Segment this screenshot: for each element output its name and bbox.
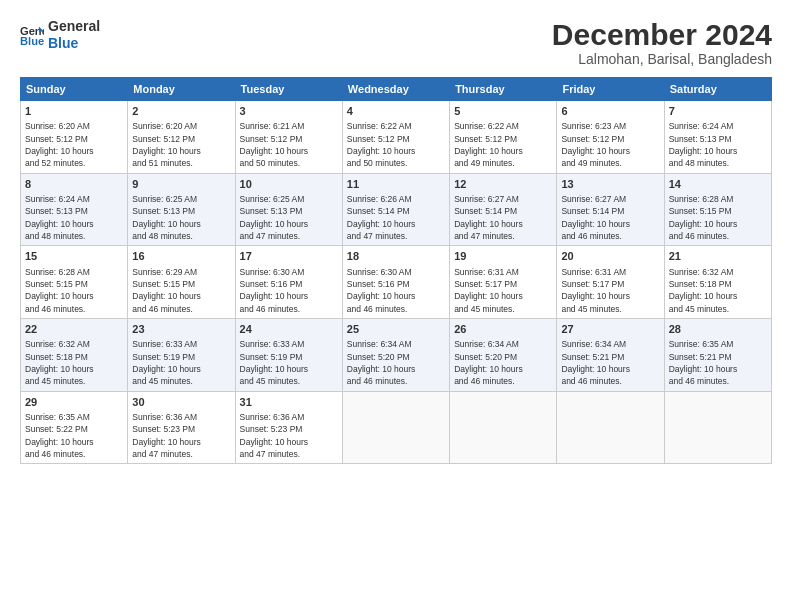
page: General Blue General Blue December 2024 … [0,0,792,612]
day-info: Sunrise: 6:35 AMSunset: 5:21 PMDaylight:… [669,338,767,387]
day-number: 30 [132,395,230,410]
day-number: 26 [454,322,552,337]
day-number: 5 [454,104,552,119]
calendar-cell: 22Sunrise: 6:32 AMSunset: 5:18 PMDayligh… [21,318,128,391]
day-number: 1 [25,104,123,119]
day-info: Sunrise: 6:29 AMSunset: 5:15 PMDaylight:… [132,266,230,315]
day-number: 3 [240,104,338,119]
day-number: 25 [347,322,445,337]
calendar-cell: 14Sunrise: 6:28 AMSunset: 5:15 PMDayligh… [664,173,771,246]
header-friday: Friday [557,78,664,101]
day-info: Sunrise: 6:20 AMSunset: 5:12 PMDaylight:… [25,120,123,169]
calendar-cell: 15Sunrise: 6:28 AMSunset: 5:15 PMDayligh… [21,246,128,319]
day-info: Sunrise: 6:25 AMSunset: 5:13 PMDaylight:… [240,193,338,242]
day-info: Sunrise: 6:34 AMSunset: 5:20 PMDaylight:… [454,338,552,387]
day-number: 24 [240,322,338,337]
day-number: 4 [347,104,445,119]
day-number: 11 [347,177,445,192]
calendar-cell: 21Sunrise: 6:32 AMSunset: 5:18 PMDayligh… [664,246,771,319]
calendar-cell: 27Sunrise: 6:34 AMSunset: 5:21 PMDayligh… [557,318,664,391]
day-info: Sunrise: 6:35 AMSunset: 5:22 PMDaylight:… [25,411,123,460]
day-number: 7 [669,104,767,119]
header-saturday: Saturday [664,78,771,101]
calendar-cell: 10Sunrise: 6:25 AMSunset: 5:13 PMDayligh… [235,173,342,246]
calendar-cell: 9Sunrise: 6:25 AMSunset: 5:13 PMDaylight… [128,173,235,246]
svg-text:Blue: Blue [20,35,44,47]
header-tuesday: Tuesday [235,78,342,101]
calendar-table: SundayMondayTuesdayWednesdayThursdayFrid… [20,77,772,464]
day-number: 22 [25,322,123,337]
day-info: Sunrise: 6:31 AMSunset: 5:17 PMDaylight:… [454,266,552,315]
day-number: 13 [561,177,659,192]
calendar-cell: 8Sunrise: 6:24 AMSunset: 5:13 PMDaylight… [21,173,128,246]
calendar-cell [557,391,664,464]
day-number: 17 [240,249,338,264]
day-info: Sunrise: 6:24 AMSunset: 5:13 PMDaylight:… [669,120,767,169]
day-info: Sunrise: 6:22 AMSunset: 5:12 PMDaylight:… [454,120,552,169]
calendar-cell: 5Sunrise: 6:22 AMSunset: 5:12 PMDaylight… [450,101,557,174]
day-info: Sunrise: 6:25 AMSunset: 5:13 PMDaylight:… [132,193,230,242]
day-info: Sunrise: 6:27 AMSunset: 5:14 PMDaylight:… [454,193,552,242]
day-number: 21 [669,249,767,264]
title-block: December 2024 Lalmohan, Barisal, Banglad… [552,18,772,67]
calendar-cell: 28Sunrise: 6:35 AMSunset: 5:21 PMDayligh… [664,318,771,391]
day-info: Sunrise: 6:28 AMSunset: 5:15 PMDaylight:… [25,266,123,315]
calendar-cell [450,391,557,464]
day-number: 14 [669,177,767,192]
week-row-3: 22Sunrise: 6:32 AMSunset: 5:18 PMDayligh… [21,318,772,391]
day-info: Sunrise: 6:30 AMSunset: 5:16 PMDaylight:… [347,266,445,315]
day-number: 18 [347,249,445,264]
day-info: Sunrise: 6:20 AMSunset: 5:12 PMDaylight:… [132,120,230,169]
day-number: 20 [561,249,659,264]
day-number: 10 [240,177,338,192]
day-info: Sunrise: 6:24 AMSunset: 5:13 PMDaylight:… [25,193,123,242]
day-info: Sunrise: 6:32 AMSunset: 5:18 PMDaylight:… [25,338,123,387]
day-number: 27 [561,322,659,337]
logo-line1: General [48,18,100,35]
calendar-cell: 26Sunrise: 6:34 AMSunset: 5:20 PMDayligh… [450,318,557,391]
header-thursday: Thursday [450,78,557,101]
calendar-cell: 7Sunrise: 6:24 AMSunset: 5:13 PMDaylight… [664,101,771,174]
header: General Blue General Blue December 2024 … [20,18,772,67]
day-number: 29 [25,395,123,410]
day-info: Sunrise: 6:30 AMSunset: 5:16 PMDaylight:… [240,266,338,315]
header-sunday: Sunday [21,78,128,101]
day-info: Sunrise: 6:33 AMSunset: 5:19 PMDaylight:… [132,338,230,387]
calendar-cell: 13Sunrise: 6:27 AMSunset: 5:14 PMDayligh… [557,173,664,246]
day-info: Sunrise: 6:33 AMSunset: 5:19 PMDaylight:… [240,338,338,387]
day-info: Sunrise: 6:27 AMSunset: 5:14 PMDaylight:… [561,193,659,242]
day-number: 8 [25,177,123,192]
calendar-cell: 12Sunrise: 6:27 AMSunset: 5:14 PMDayligh… [450,173,557,246]
subtitle: Lalmohan, Barisal, Bangladesh [552,51,772,67]
header-monday: Monday [128,78,235,101]
calendar-cell: 4Sunrise: 6:22 AMSunset: 5:12 PMDaylight… [342,101,449,174]
calendar-cell: 25Sunrise: 6:34 AMSunset: 5:20 PMDayligh… [342,318,449,391]
day-info: Sunrise: 6:36 AMSunset: 5:23 PMDaylight:… [132,411,230,460]
day-info: Sunrise: 6:21 AMSunset: 5:12 PMDaylight:… [240,120,338,169]
logo: General Blue General Blue [20,18,100,52]
calendar-cell: 29Sunrise: 6:35 AMSunset: 5:22 PMDayligh… [21,391,128,464]
main-title: December 2024 [552,18,772,51]
calendar-header: SundayMondayTuesdayWednesdayThursdayFrid… [21,78,772,101]
day-number: 12 [454,177,552,192]
day-info: Sunrise: 6:23 AMSunset: 5:12 PMDaylight:… [561,120,659,169]
week-row-1: 8Sunrise: 6:24 AMSunset: 5:13 PMDaylight… [21,173,772,246]
day-number: 6 [561,104,659,119]
calendar-cell: 18Sunrise: 6:30 AMSunset: 5:16 PMDayligh… [342,246,449,319]
calendar-cell [664,391,771,464]
calendar-cell: 17Sunrise: 6:30 AMSunset: 5:16 PMDayligh… [235,246,342,319]
week-row-2: 15Sunrise: 6:28 AMSunset: 5:15 PMDayligh… [21,246,772,319]
day-number: 9 [132,177,230,192]
header-row: SundayMondayTuesdayWednesdayThursdayFrid… [21,78,772,101]
week-row-4: 29Sunrise: 6:35 AMSunset: 5:22 PMDayligh… [21,391,772,464]
calendar-cell: 6Sunrise: 6:23 AMSunset: 5:12 PMDaylight… [557,101,664,174]
calendar-cell: 30Sunrise: 6:36 AMSunset: 5:23 PMDayligh… [128,391,235,464]
day-info: Sunrise: 6:36 AMSunset: 5:23 PMDaylight:… [240,411,338,460]
calendar-cell: 20Sunrise: 6:31 AMSunset: 5:17 PMDayligh… [557,246,664,319]
calendar-cell [342,391,449,464]
day-info: Sunrise: 6:26 AMSunset: 5:14 PMDaylight:… [347,193,445,242]
day-number: 15 [25,249,123,264]
day-info: Sunrise: 6:32 AMSunset: 5:18 PMDaylight:… [669,266,767,315]
calendar-cell: 1Sunrise: 6:20 AMSunset: 5:12 PMDaylight… [21,101,128,174]
day-info: Sunrise: 6:34 AMSunset: 5:20 PMDaylight:… [347,338,445,387]
